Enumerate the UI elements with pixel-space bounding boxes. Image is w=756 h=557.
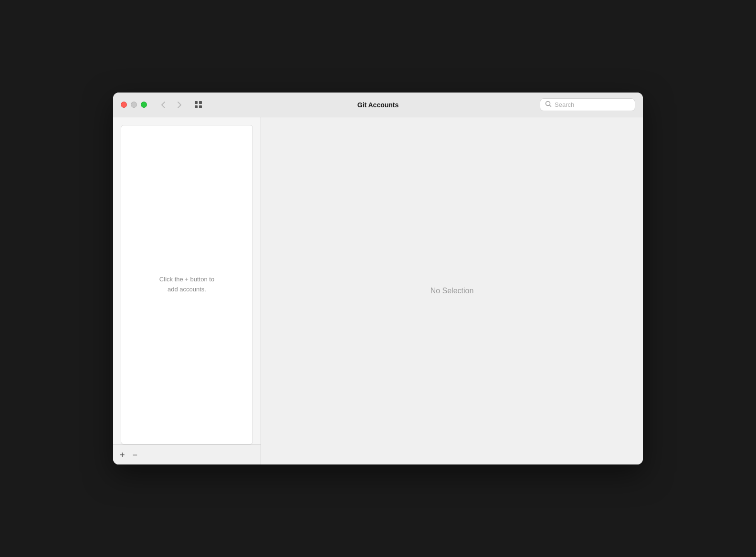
grid-view-button[interactable]	[192, 98, 205, 112]
empty-message-line2: add accounts.	[168, 286, 206, 293]
search-container	[540, 98, 635, 111]
search-box	[540, 98, 635, 111]
close-button[interactable]	[121, 102, 127, 108]
window-title: Git Accounts	[357, 101, 399, 109]
no-selection-label: No Selection	[430, 287, 474, 295]
sidebar-toolbar: + −	[113, 444, 261, 464]
svg-rect-3	[199, 105, 202, 108]
nav-buttons	[157, 98, 205, 112]
add-account-button[interactable]: +	[120, 451, 125, 459]
titlebar: Git Accounts	[113, 93, 643, 117]
svg-rect-1	[199, 101, 202, 104]
svg-rect-2	[195, 105, 198, 108]
minimize-button[interactable]	[131, 102, 137, 108]
sidebar: Click the + button to add accounts. + −	[113, 117, 261, 464]
back-button[interactable]	[157, 98, 170, 112]
empty-state-message: Click the + button to add accounts.	[150, 265, 224, 304]
main-window: Git Accounts Click the + button to add a…	[113, 93, 643, 464]
content-area: Click the + button to add accounts. + − …	[113, 117, 643, 464]
forward-button[interactable]	[173, 98, 186, 112]
search-icon	[545, 101, 552, 109]
svg-rect-0	[195, 101, 198, 104]
empty-message-line1: Click the + button to	[159, 276, 214, 283]
search-input[interactable]	[555, 101, 630, 108]
traffic-lights	[121, 102, 147, 108]
accounts-list: Click the + button to add accounts.	[121, 125, 253, 444]
maximize-button[interactable]	[141, 102, 147, 108]
remove-account-button[interactable]: −	[133, 451, 138, 459]
detail-panel: No Selection	[261, 117, 643, 464]
